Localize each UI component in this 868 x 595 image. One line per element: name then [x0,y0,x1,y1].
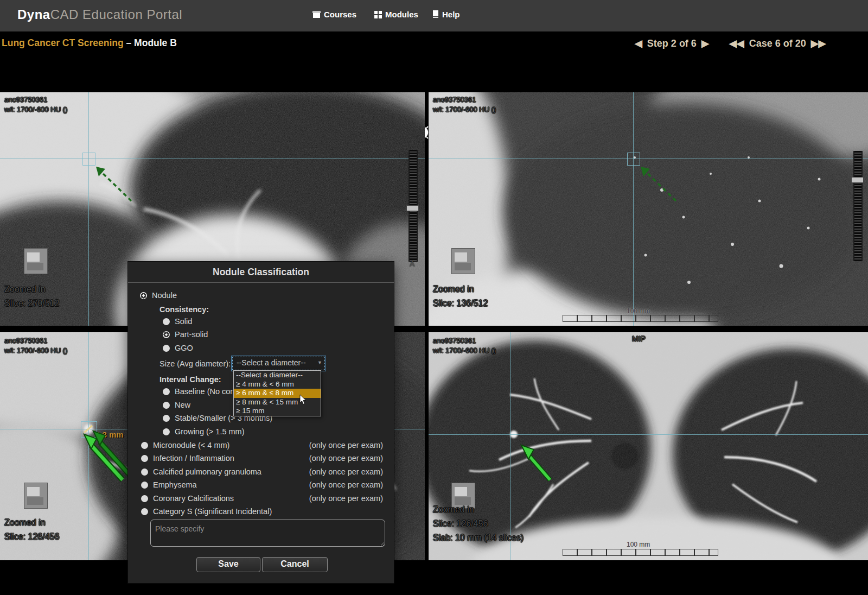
case-next-icon[interactable]: ▶▶ [809,38,828,49]
app-header: DynaCAD Education Portal Courses Modules… [0,0,868,31]
study-id-label: ano93750361 [4,337,48,345]
infection-radio[interactable] [141,455,148,462]
window-level-label: w/l: 1700/-600 HU () [4,105,67,113]
granuloma-label: Calcified pulmonary granuloma [153,467,261,476]
solid-radio[interactable] [163,318,170,325]
option-row-part-solid: Part-solid [163,330,208,340]
study-id-label: ano93750361 [4,96,48,104]
size-select[interactable]: --Select a diameter-- ▼ [231,356,326,371]
slice-scrollbar-handle[interactable] [406,205,419,211]
nav-help[interactable]: Help [432,10,460,19]
chevron-down-icon: ▼ [317,356,322,370]
granuloma-radio[interactable] [141,469,148,476]
coronary-label: Coronary Calcifications [153,494,234,503]
step-navigator: ◀ Step 2 of 6 ▶ [633,37,711,49]
brand-logo: DynaCAD Education Portal [17,7,182,22]
ct-image-mip [429,332,868,560]
nav-courses-label: Courses [324,10,356,19]
micronodule-radio[interactable] [141,442,148,449]
category-s-label: Category S (Significant Incidental) [153,507,272,516]
micronodule-label: Micronodule (< 4 mm) [153,441,229,450]
specify-textarea[interactable] [150,520,385,547]
stable-radio[interactable] [163,415,170,422]
nodule-radio[interactable] [140,292,147,299]
window-level-label: w/l: 1700/-600 HU () [433,105,496,113]
dropdown-option-highlighted[interactable]: ≥ 6 mm & ≤ 8 mm [234,389,321,398]
zoom-status-label: Zoomed in [4,284,46,294]
once-per-exam-note: (only once per exam) [309,467,383,476]
nav-modules-label: Modules [385,10,418,19]
new-radio[interactable] [163,402,170,409]
option-row-solid: Solid [163,317,192,327]
navigator-thumbnail[interactable] [24,249,47,274]
viewport-bottom-right[interactable]: ano93750361 w/l: 1700/-600 HU () MIP Zoo… [429,332,868,560]
nodule-label: Nodule [152,291,177,300]
baseline-radio[interactable] [163,388,170,395]
brand-bold: Dyna [17,7,50,22]
option-row-nodule: Nodule [140,291,177,301]
finding-arrow-green [514,439,558,485]
slice-scrollbar[interactable] [853,151,863,261]
step-label: Step 2 of 6 [647,38,697,49]
finding-arrow-dashed [91,163,136,205]
step-prev-icon[interactable]: ◀ [633,38,644,49]
mouse-cursor [299,395,307,405]
slice-label: Slice: 270/512 [4,299,59,308]
study-id-label: ano93750361 [433,337,476,345]
dialog-title: Nodule Classification [128,262,394,283]
new-label: New [175,401,190,409]
coronary-radio[interactable] [141,495,148,502]
slice-label: Slice: 126/456 [4,532,59,542]
navigator-thumbnail[interactable] [24,483,47,508]
slice-label: Slice: 126/456 [433,519,488,529]
toolbar: > F [0,57,868,92]
scale-ruler [563,549,718,556]
crosshair-horizontal [429,434,868,435]
orientation-marker: A [410,259,414,268]
slab-label: Slab: 10 mm (14 slices) [433,533,524,543]
nodule-classification-dialog: Nodule Classification Nodule Consistency… [128,262,394,583]
emphysema-label: Emphysema [153,480,197,489]
case-navigator: ◀◀ Case 6 of 20 ▶▶ [727,37,828,49]
dropdown-option[interactable]: ≥ 15 mm [234,407,321,416]
dropdown-option[interactable]: ≥ 8 mm & < 15 mm [234,398,321,407]
option-row-ggo: GGO [163,344,193,353]
modules-icon [374,11,382,18]
slice-scrollbar-handle[interactable] [851,177,864,183]
case-label: Case 6 of 20 [749,38,806,49]
course-title: Lung Cancer CT Screening [2,37,124,48]
scale-label: 100 mm [627,307,650,315]
dropdown-option[interactable]: ≥ 4 mm & < 6 mm [234,380,321,389]
crosshair-horizontal [0,159,425,159]
module-label: Module B [134,37,177,48]
size-label: Size (Avg diameter): [159,359,231,369]
nav-modules[interactable]: Modules [374,10,418,19]
study-id-label: ano93750361 [433,96,476,104]
navigator-thumbnail[interactable] [452,249,475,274]
part-solid-radio[interactable] [163,331,170,338]
subheader-bar: Lung Cancer CT Screening – Module B ◀ St… [0,31,868,57]
save-button[interactable]: Save [196,557,260,572]
cancel-button[interactable]: Cancel [262,557,328,572]
once-per-exam-note: (only once per exam) [309,441,383,450]
viewport-top-right[interactable]: ano93750361 w/l: 1700/-600 HU () Zoomed … [429,92,868,326]
option-row-emphysema: Emphysema [141,480,197,490]
size-select-value: --Select a diameter-- [237,358,306,367]
zoom-status-label: Zoomed in [433,284,474,294]
case-prev-icon[interactable]: ◀◀ [727,38,746,49]
step-next-icon[interactable]: ▶ [699,38,711,49]
infection-label: Infection / Inflammation [153,454,234,463]
baseline-label: Baseline (No com [175,387,237,396]
ggo-radio[interactable] [163,345,170,352]
crosshair-vertical [88,92,89,326]
zoom-status-label: Zoomed in [4,518,46,528]
nav-help-label: Help [442,10,460,19]
category-s-radio[interactable] [141,508,148,515]
emphysema-radio[interactable] [141,482,148,489]
nav-courses[interactable]: Courses [312,10,356,19]
breadcrumb: Lung Cancer CT Screening – Module B [2,37,177,49]
help-icon [432,10,439,18]
dropdown-option[interactable]: --Select a diameter-- [234,371,321,380]
growing-radio[interactable] [163,428,170,435]
option-row-micronodule: Micronodule (< 4 mm) [141,441,229,451]
